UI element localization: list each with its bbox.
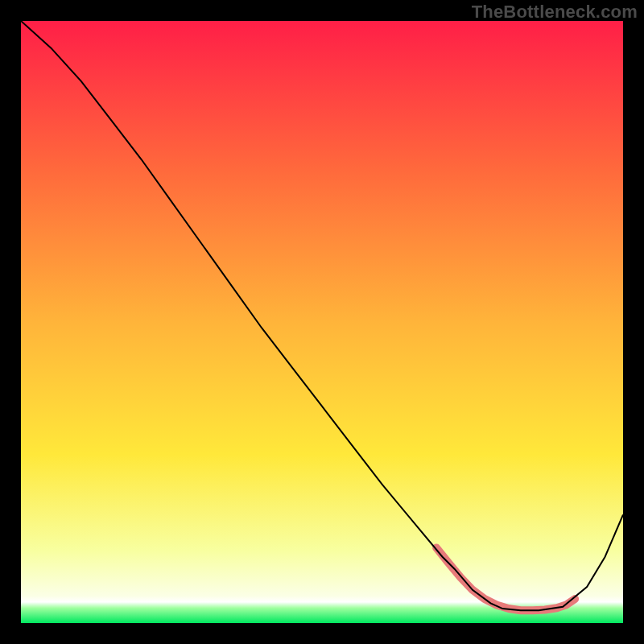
watermark-text: TheBottleneck.com — [472, 2, 638, 23]
gradient-fill — [21, 21, 623, 623]
chart-svg — [21, 21, 623, 623]
plot-area — [21, 21, 623, 623]
chart-frame: TheBottleneck.com — [0, 0, 644, 644]
